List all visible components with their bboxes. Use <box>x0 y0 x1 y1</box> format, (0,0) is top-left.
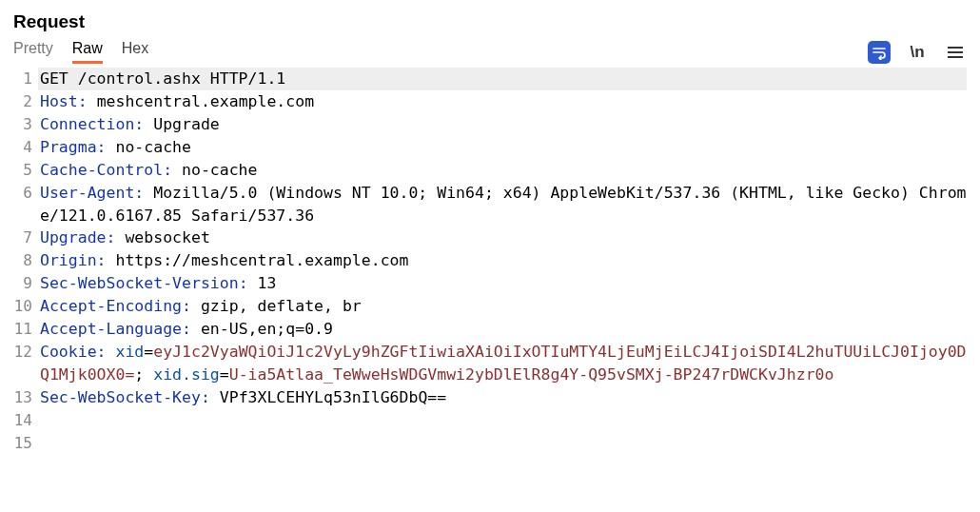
header-value-host: meshcentral.example.com <box>97 92 314 110</box>
gutter-4: 4 <box>13 136 38 158</box>
header-value-ws-version: 13 <box>258 274 277 292</box>
empty-line-15: 15 <box>13 432 967 455</box>
header-line-origin: 8 Origin: https://meshcentral.example.co… <box>13 249 967 272</box>
header-line-upgrade: 7 Upgrade: websocket <box>13 226 967 249</box>
cookie-val-sig: U-ia5Atlaa_TeWweHsWDGVmwi2ybDlElR8g4Y-Q9… <box>229 365 834 384</box>
header-name-ws-key: Sec-WebSocket-Key <box>40 388 201 406</box>
gutter-10: 10 <box>13 295 38 317</box>
wrap-icon[interactable] <box>868 41 891 64</box>
newline-icon[interactable]: \n <box>906 41 929 64</box>
header-value-pragma: no-cache <box>115 138 190 156</box>
cookie-eq-sig: = <box>220 365 229 384</box>
hamburger-icon[interactable] <box>944 41 967 64</box>
toolbar: Pretty Raw Hex \n <box>13 40 967 64</box>
header-value-upgrade: websocket <box>125 228 209 246</box>
gutter-7: 7 <box>13 226 38 248</box>
gutter-12: 12 <box>13 341 38 363</box>
header-name-pragma: Pragma <box>40 138 97 156</box>
panel-title: Request <box>13 11 967 32</box>
tab-pretty[interactable]: Pretty <box>13 40 53 64</box>
gutter-2: 2 <box>13 90 38 112</box>
header-line-user-agent: 6 User-Agent: Mozilla/5.0 (Windows NT 10… <box>13 182 967 227</box>
cookie-sep: ; <box>134 365 153 384</box>
gutter-6: 6 <box>13 182 38 204</box>
header-name-host: Host <box>40 92 78 110</box>
request-line-text: GET /control.ashx HTTP/1.1 <box>40 69 285 88</box>
tabs: Pretty Raw Hex <box>13 40 148 64</box>
header-line-ws-version: 9 Sec-WebSocket-Version: 13 <box>13 272 967 295</box>
cookie-key-sig: xid.sig <box>153 365 220 384</box>
gutter-5: 5 <box>13 159 38 181</box>
tab-hex[interactable]: Hex <box>122 40 148 64</box>
header-line-pragma: 4 Pragma: no-cache <box>13 136 967 159</box>
header-name-cookie: Cookie <box>40 343 97 361</box>
header-name-cache-control: Cache-Control <box>40 161 163 179</box>
header-name-upgrade: Upgrade <box>40 228 107 246</box>
gutter-14: 14 <box>13 409 38 431</box>
cookie-key-xid: xid <box>115 343 144 361</box>
gutter-11: 11 <box>13 318 38 340</box>
header-value-accept-language: en-US,en;q=0.9 <box>201 320 333 338</box>
request-editor[interactable]: 1 GET /control.ashx HTTP/1.1 2 Host: mes… <box>13 68 967 455</box>
gutter-13: 13 <box>13 386 38 408</box>
cookie-eq-xid: = <box>144 343 153 361</box>
header-value-accept-encoding: gzip, deflate, br <box>201 297 362 315</box>
header-value-user-agent: Mozilla/5.0 (Windows NT 10.0; Win64; x64… <box>40 184 967 225</box>
header-line-accept-language: 11 Accept-Language: en-US,en;q=0.9 <box>13 318 967 341</box>
header-line-ws-key: 13 Sec-WebSocket-Key: VPf3XLCEHYLq53nIlG… <box>13 386 967 409</box>
header-value-connection: Upgrade <box>153 115 220 133</box>
header-value-cache-control: no-cache <box>182 161 257 179</box>
header-name-connection: Connection <box>40 115 134 133</box>
header-name-user-agent: User-Agent <box>40 184 134 202</box>
header-line-host: 2 Host: meshcentral.example.com <box>13 90 967 113</box>
tab-raw[interactable]: Raw <box>72 40 103 64</box>
gutter-8: 8 <box>13 249 38 271</box>
gutter-15: 15 <box>13 432 38 454</box>
gutter-3: 3 <box>13 113 38 135</box>
request-line: 1 GET /control.ashx HTTP/1.1 <box>13 68 967 90</box>
header-value-ws-key: VPf3XLCEHYLq53nIlG6DbQ== <box>220 388 446 406</box>
header-line-cookie: 12 Cookie: xid=eyJ1c2VyaWQiOiJ1c2VyLy9hZ… <box>13 341 967 386</box>
header-line-accept-encoding: 10 Accept-Encoding: gzip, deflate, br <box>13 295 967 318</box>
header-name-origin: Origin <box>40 251 97 269</box>
header-value-origin: https://meshcentral.example.com <box>115 251 408 269</box>
header-line-connection: 3 Connection: Upgrade <box>13 113 967 136</box>
header-name-ws-version: Sec-WebSocket-Version <box>40 274 239 292</box>
header-line-cache-control: 5 Cache-Control: no-cache <box>13 159 967 182</box>
header-name-accept-encoding: Accept-Encoding <box>40 297 182 315</box>
toolbar-icons: \n <box>868 41 967 64</box>
gutter-9: 9 <box>13 272 38 294</box>
header-name-accept-language: Accept-Language <box>40 320 182 338</box>
gutter-1: 1 <box>13 68 38 89</box>
empty-line-14: 14 <box>13 409 967 432</box>
